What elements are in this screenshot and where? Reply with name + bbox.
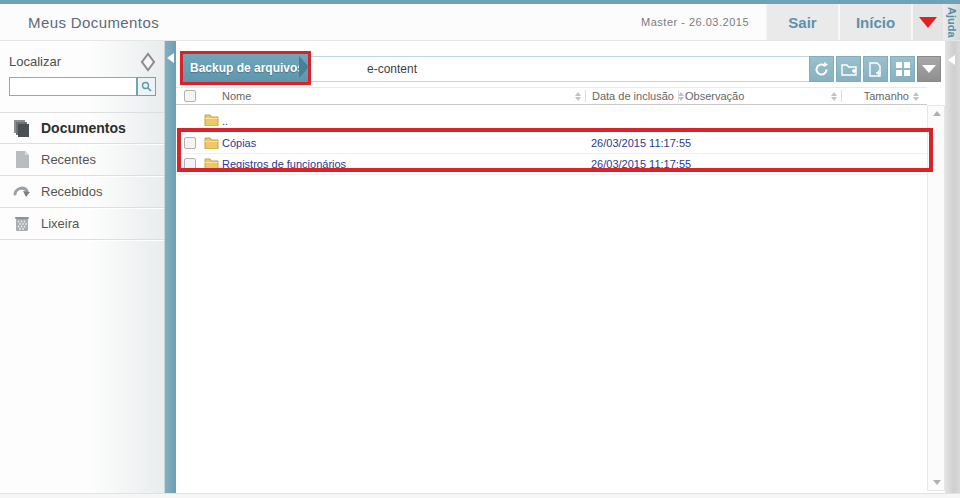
sidebar-splitter[interactable] (164, 41, 176, 493)
toolbar-buttons (809, 56, 941, 82)
table-row-copias[interactable]: Cópias 26/03/2015 11:17:55 (176, 133, 927, 154)
sidebar-nav: Documentos Recentes Rece (0, 112, 164, 240)
folder-link[interactable]: .. (222, 115, 228, 127)
select-all-checkbox[interactable] (184, 90, 196, 102)
sort-icon[interactable] (831, 92, 837, 101)
highlight-box-backup: Backup de arquivos (180, 51, 311, 85)
grid-view-icon (896, 62, 910, 76)
folder-icon (204, 157, 219, 170)
sidebar-item-label: Recentes (41, 152, 96, 167)
sidebar-item-recentes[interactable]: Recentes (0, 144, 164, 176)
search-button[interactable] (137, 78, 155, 95)
page-title: Meus Documentos (28, 14, 159, 31)
column-header-nome[interactable]: Nome (222, 90, 585, 102)
add-file-icon (869, 62, 882, 77)
sidebar-item-label: Lixeira (41, 216, 79, 231)
collapse-right-icon (948, 55, 955, 65)
column-header-tamanho[interactable]: Tamanho (841, 90, 927, 102)
new-folder-button[interactable] (836, 56, 861, 82)
session-info: Master - 26.03.2015 (641, 16, 749, 28)
sidebar-item-recebidos[interactable]: Recebidos (0, 176, 164, 208)
backup-button-label: Backup de arquivos (190, 61, 304, 75)
table-row-parent[interactable]: .. (176, 111, 927, 131)
backup-de-arquivos-button[interactable]: Backup de arquivos (183, 54, 308, 82)
table-header: Nome Data de inclusão Observação Tamanho (176, 87, 927, 105)
ajuda-label: Ajuda (946, 7, 958, 38)
documents-icon (11, 118, 33, 138)
sair-button[interactable]: Sair (765, 4, 838, 40)
search-box (9, 77, 156, 96)
ajuda-tab[interactable]: Ajuda (943, 4, 960, 40)
folder-icon (204, 113, 219, 126)
inicio-button[interactable]: Início (838, 4, 911, 40)
column-header-data[interactable]: Data de inclusão (585, 90, 678, 102)
add-folder-icon (841, 62, 857, 76)
red-triangle-icon (919, 17, 937, 28)
localizar-row: Localizar (0, 41, 164, 75)
collapse-sidebar-icon (167, 53, 174, 63)
recent-icon (11, 150, 33, 170)
sidebar-item-label: Recebidos (41, 184, 102, 199)
toolbar: Backup de arquivos e-content (176, 41, 945, 87)
path-bar[interactable]: e-content (309, 56, 833, 82)
folder-link[interactable]: Registros de funcionários (222, 158, 346, 170)
table-scrollbar[interactable] (927, 105, 945, 491)
refresh-button[interactable] (809, 56, 834, 82)
path-value: e-content (310, 62, 417, 76)
localizar-label: Localizar (9, 54, 61, 69)
sidebar-item-label: Documentos (41, 120, 126, 136)
received-icon (11, 182, 33, 202)
search-input[interactable] (10, 78, 137, 95)
right-panel-strip[interactable] (945, 41, 960, 493)
sort-icon[interactable] (575, 92, 581, 101)
scroll-up-icon (933, 111, 941, 116)
search-icon (141, 81, 152, 92)
table-row-registros[interactable]: Registros de funcionários 26/03/2015 11:… (176, 154, 927, 175)
header-bar: Meus Documentos Master - 26.03.2015 Sair… (0, 4, 960, 41)
grid-view-button[interactable] (890, 56, 915, 82)
dropdown-icon (922, 65, 936, 73)
main-panel: Backup de arquivos e-content (176, 41, 945, 493)
chevron-right-icon (299, 56, 309, 78)
refresh-icon (814, 62, 829, 77)
header-actions: Master - 26.03.2015 Sair Início Ajuda (641, 4, 960, 40)
table-body: .. Cópias 26/03/2015 11:17:55 (176, 111, 927, 175)
footer-bar (0, 493, 960, 498)
scroll-down-icon (933, 480, 941, 485)
sort-icon[interactable] (913, 92, 919, 101)
select-all-cell (176, 90, 204, 102)
trash-icon (11, 214, 33, 234)
sidebar-item-lixeira[interactable]: Lixeira (0, 208, 164, 240)
clear-search-icon[interactable] (141, 52, 156, 71)
sidebar: Localizar Documen (0, 41, 164, 493)
view-dropdown-button[interactable] (917, 56, 941, 82)
folder-link[interactable]: Cópias (222, 137, 256, 149)
sidebar-item-documentos[interactable]: Documentos (0, 112, 164, 144)
column-header-observacao[interactable]: Observação (678, 90, 841, 102)
app-window: Meus Documentos Master - 26.03.2015 Sair… (0, 0, 960, 498)
new-file-button[interactable] (863, 56, 888, 82)
row-checkbox[interactable] (184, 137, 196, 149)
alert-dropdown-button[interactable] (911, 4, 943, 40)
row-checkbox[interactable] (184, 158, 196, 170)
folder-icon (204, 136, 219, 149)
